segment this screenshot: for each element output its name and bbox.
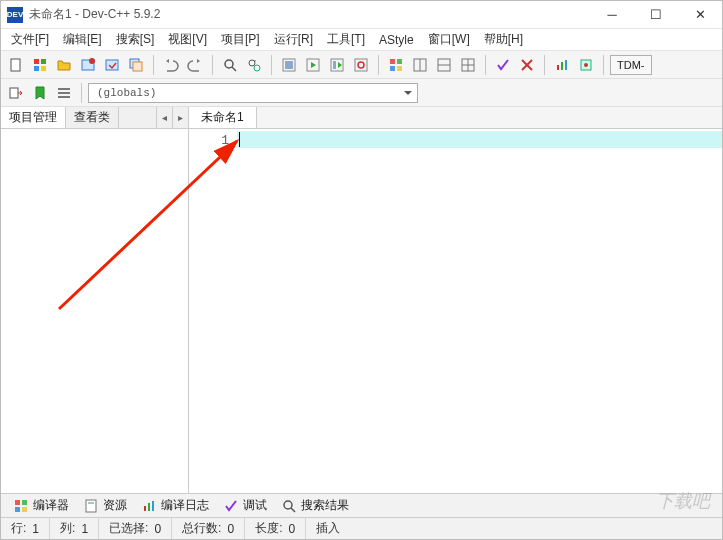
svg-rect-15 xyxy=(285,61,293,69)
bottom-tab-compile-log[interactable]: 编译日志 xyxy=(135,495,215,516)
menu-file[interactable]: 文件[F] xyxy=(5,29,55,50)
menu-astyle[interactable]: AStyle xyxy=(373,31,420,49)
save-all-button[interactable] xyxy=(125,54,147,76)
svg-point-10 xyxy=(225,60,233,68)
redo-button[interactable] xyxy=(184,54,206,76)
layout3-button[interactable] xyxy=(433,54,455,76)
grid-icon xyxy=(13,498,29,514)
menu-tools[interactable]: 工具[T] xyxy=(321,29,371,50)
separator xyxy=(81,83,82,103)
code-editor[interactable]: 1 xyxy=(189,129,722,493)
separator xyxy=(544,55,545,75)
separator xyxy=(603,55,604,75)
layout2-button[interactable] xyxy=(409,54,431,76)
open-project-button[interactable] xyxy=(101,54,123,76)
globals-dropdown[interactable]: (globals) xyxy=(88,83,418,103)
bottom-tab-label: 编译日志 xyxy=(161,497,209,514)
statusbar: 行:1 列:1 已选择:0 总行数:0 长度:0 插入 xyxy=(1,517,722,539)
bottom-tab-label: 调试 xyxy=(243,497,267,514)
menu-search[interactable]: 搜索[S] xyxy=(110,29,161,50)
current-line-highlight xyxy=(237,131,722,148)
line-number: 1 xyxy=(189,133,229,148)
open-button[interactable] xyxy=(53,54,75,76)
colors-button[interactable] xyxy=(29,54,51,76)
main-toolbar: TDM- xyxy=(1,51,722,79)
layout1-button[interactable] xyxy=(385,54,407,76)
svg-rect-24 xyxy=(397,66,402,71)
bottom-tab-compiler[interactable]: 编译器 xyxy=(7,495,75,516)
svg-rect-3 xyxy=(34,66,39,71)
bottom-tab-resource[interactable]: 资源 xyxy=(77,495,133,516)
svg-rect-21 xyxy=(390,59,395,64)
status-col: 列:1 xyxy=(50,518,99,539)
layout4-button[interactable] xyxy=(457,54,479,76)
svg-point-6 xyxy=(89,58,95,64)
code-area[interactable] xyxy=(237,129,722,493)
editor-tab-active[interactable]: 未命名1 xyxy=(189,107,257,128)
window-controls: ─ ☐ ✕ xyxy=(590,1,722,29)
replace-button[interactable] xyxy=(243,54,265,76)
goto-button[interactable] xyxy=(5,82,27,104)
app-window: DEV 未命名1 - Dev-C++ 5.9.2 ─ ☐ ✕ 文件[F] 编辑[… xyxy=(0,0,723,540)
app-icon: DEV xyxy=(7,7,23,23)
check-button[interactable] xyxy=(492,54,514,76)
close-button[interactable]: ✕ xyxy=(678,1,722,29)
minimize-button[interactable]: ─ xyxy=(590,1,634,29)
svg-rect-2 xyxy=(41,59,46,64)
tab-scroll-right[interactable]: ▸ xyxy=(172,107,188,128)
bookmark-add-button[interactable] xyxy=(29,82,51,104)
svg-rect-4 xyxy=(41,66,46,71)
compiler-selector[interactable]: TDM- xyxy=(610,55,652,75)
bookmark-list-button[interactable] xyxy=(53,82,75,104)
chart-button[interactable] xyxy=(551,54,573,76)
svg-rect-45 xyxy=(22,500,27,505)
tab-scroll-left[interactable]: ◂ xyxy=(156,107,172,128)
menu-window[interactable]: 窗口[W] xyxy=(422,29,476,50)
new-project-button[interactable] xyxy=(77,54,99,76)
menu-edit[interactable]: 编辑[E] xyxy=(57,29,108,50)
bottom-tab-label: 资源 xyxy=(103,497,127,514)
svg-rect-52 xyxy=(152,501,154,511)
svg-rect-46 xyxy=(15,507,20,512)
compile-run-button[interactable] xyxy=(326,54,348,76)
bottom-tabs: 编译器 资源 编译日志 调试 搜索结果 xyxy=(1,493,722,517)
run-button[interactable] xyxy=(302,54,324,76)
menu-view[interactable]: 视图[V] xyxy=(162,29,213,50)
status-selected: 已选择:0 xyxy=(99,518,172,539)
svg-rect-48 xyxy=(86,500,96,512)
compile-button[interactable] xyxy=(278,54,300,76)
main-area: 项目管理 查看类 ◂ ▸ 未命名1 1 xyxy=(1,107,722,493)
tab-project-manager[interactable]: 项目管理 xyxy=(1,107,66,128)
menu-project[interactable]: 项目[P] xyxy=(215,29,266,50)
menubar: 文件[F] 编辑[E] 搜索[S] 视图[V] 项目[P] 运行[R] 工具[T… xyxy=(1,29,722,51)
separator xyxy=(271,55,272,75)
svg-rect-51 xyxy=(148,503,150,511)
separator xyxy=(378,55,379,75)
menu-run[interactable]: 运行[R] xyxy=(268,29,319,50)
find-button[interactable] xyxy=(219,54,241,76)
svg-point-12 xyxy=(249,60,255,66)
svg-point-13 xyxy=(254,65,260,71)
tab-class-browser[interactable]: 查看类 xyxy=(66,107,119,128)
undo-button[interactable] xyxy=(160,54,182,76)
menu-help[interactable]: 帮助[H] xyxy=(478,29,529,50)
svg-rect-42 xyxy=(58,96,70,98)
cross-button[interactable] xyxy=(516,54,538,76)
bottom-tab-label: 搜索结果 xyxy=(301,497,349,514)
editor-tabs: 未命名1 xyxy=(189,107,722,129)
svg-rect-41 xyxy=(58,92,70,94)
svg-rect-19 xyxy=(355,59,367,71)
globals-label: (globals) xyxy=(97,87,156,99)
bottom-tab-search-results[interactable]: 搜索结果 xyxy=(275,495,355,516)
secondary-toolbar: (globals) xyxy=(1,79,722,107)
maximize-button[interactable]: ☐ xyxy=(634,1,678,29)
new-file-button[interactable] xyxy=(5,54,27,76)
svg-point-38 xyxy=(584,63,588,67)
rebuild-button[interactable] xyxy=(350,54,372,76)
debug-icon xyxy=(223,498,239,514)
svg-rect-39 xyxy=(10,88,18,98)
plugin-button[interactable] xyxy=(575,54,597,76)
project-tree[interactable] xyxy=(1,129,188,493)
svg-rect-18 xyxy=(333,61,336,69)
bottom-tab-debug[interactable]: 调试 xyxy=(217,495,273,516)
